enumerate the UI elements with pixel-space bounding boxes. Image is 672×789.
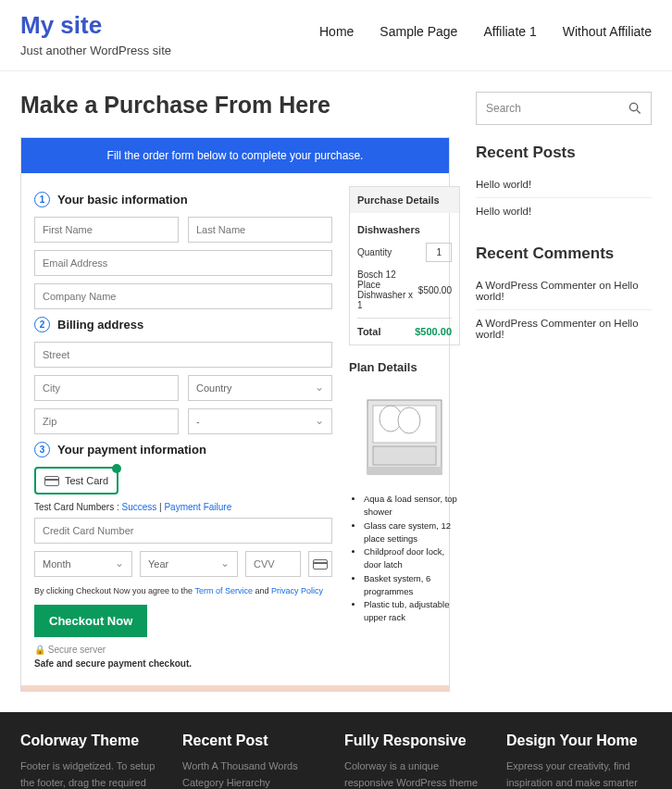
dishwasher-image	[349, 382, 460, 483]
nav-home[interactable]: Home	[319, 24, 354, 39]
test-failure-link[interactable]: Payment Failure	[164, 502, 231, 512]
site-title[interactable]: My site	[20, 11, 171, 40]
step-3-label: Your payment information	[57, 443, 206, 457]
state-select[interactable]: -	[188, 408, 332, 434]
main-nav: Home Sample Page Affiliate 1 Without Aff…	[319, 11, 652, 39]
footer: Colorway Theme Footer is widgetized. To …	[0, 712, 672, 789]
svg-line-7	[637, 110, 641, 114]
plan-bullets: Aqua & load sensor, top shower Glass car…	[349, 493, 460, 625]
item-name: Bosch 12 Place Dishwasher x 1	[357, 269, 418, 310]
privacy-link[interactable]: Privacy Policy	[271, 586, 323, 595]
footer-col-1: Colorway Theme Footer is widgetized. To …	[20, 733, 166, 789]
cc-month-select[interactable]: Month	[34, 551, 132, 577]
cc-type-icon	[308, 551, 332, 577]
last-name-input[interactable]	[188, 217, 332, 243]
recent-post-item[interactable]: Hello world!	[476, 171, 652, 198]
recent-comments-widget: Recent Comments A WordPress Commenter on…	[476, 244, 652, 347]
step-2-label: Billing address	[57, 318, 143, 332]
step-1-icon: 1	[34, 192, 50, 207]
city-input[interactable]	[34, 375, 179, 401]
paycard-option[interactable]: Test Card	[34, 467, 118, 495]
nav-affiliate-1[interactable]: Affiliate 1	[483, 24, 536, 39]
recent-comment-item[interactable]: A WordPress Commenter on Hello world!	[476, 310, 652, 347]
recent-posts-widget: Recent Posts Hello world! Hello world!	[476, 144, 652, 224]
cc-number-input[interactable]	[34, 518, 332, 544]
bullet: Childproof door lock, door latch	[364, 545, 460, 572]
email-input[interactable]	[34, 250, 332, 276]
purchase-details: Purchase Details Dishwashers Quantity 1 …	[349, 186, 460, 345]
plan-details-title: Plan Details	[349, 360, 460, 374]
sidebar: Search Recent Posts Hello world! Hello w…	[476, 92, 652, 692]
branding: My site Just another WordPress site	[20, 11, 171, 57]
footer-col-3: Fully Responsive Colorway is a unique re…	[344, 733, 490, 789]
bullet: Aqua & load sensor, top shower	[364, 493, 460, 520]
order-banner: Fill the order form below to complete yo…	[21, 138, 449, 173]
test-card-line: Test Card Numbers : Success | Payment Fa…	[34, 502, 332, 512]
page-title: Make a Purchase From Here	[20, 92, 450, 119]
header: My site Just another WordPress site Home…	[0, 0, 672, 71]
search-box[interactable]: Search	[476, 92, 652, 125]
street-input[interactable]	[34, 342, 332, 368]
zip-input[interactable]	[34, 408, 179, 434]
order-container: Fill the order form below to complete yo…	[20, 137, 450, 692]
company-input[interactable]	[34, 283, 332, 309]
recent-posts-title: Recent Posts	[476, 144, 652, 162]
bullet: Glass care system, 12 place settings	[364, 520, 460, 546]
cc-year-select[interactable]: Year	[140, 551, 238, 577]
recent-comments-title: Recent Comments	[476, 244, 652, 263]
step-1-header: 1 Your basic information	[34, 192, 332, 207]
svg-rect-4	[373, 446, 436, 465]
terms-text: By clicking Checkout Now you agree to th…	[34, 586, 332, 595]
first-name-input[interactable]	[34, 217, 179, 243]
recent-comment-item[interactable]: A WordPress Commenter on Hello world!	[476, 272, 652, 310]
search-icon	[628, 102, 641, 115]
product-group: Dishwashers	[357, 224, 452, 235]
svg-point-6	[629, 103, 637, 110]
step-3-header: 3 Your payment information	[34, 442, 332, 457]
step-2-header: 2 Billing address	[34, 317, 332, 332]
checkout-button[interactable]: Checkout Now	[34, 605, 147, 637]
card-icon	[44, 476, 59, 486]
paycard-label: Test Card	[65, 475, 108, 486]
site-tagline: Just another WordPress site	[20, 44, 171, 57]
footer-col-2: Recent Post Worth A Thousand Words Categ…	[182, 733, 328, 789]
nav-sample-page[interactable]: Sample Page	[380, 24, 457, 39]
nav-without-affiliate[interactable]: Without Affiliate	[563, 24, 652, 39]
test-success-link[interactable]: Success	[121, 502, 156, 512]
svg-rect-5	[367, 467, 442, 474]
footer-col-4: Design Your Home Express your creativity…	[506, 733, 652, 789]
step-1-label: Your basic information	[57, 193, 188, 207]
purchase-header: Purchase Details	[350, 187, 459, 213]
step-2-icon: 2	[34, 317, 50, 332]
secure-text: Safe and secure payment checkout.	[34, 658, 332, 669]
secure-server: 🔒 Secure server	[34, 645, 332, 655]
recent-post-item[interactable]: Hello world!	[476, 198, 652, 224]
cc-cvv-input[interactable]	[245, 551, 301, 577]
qty-input[interactable]: 1	[426, 243, 452, 262]
bullet: Basket system, 6 programmes	[364, 572, 460, 599]
svg-point-3	[398, 407, 420, 433]
search-placeholder: Search	[486, 102, 521, 115]
total-label: Total	[357, 326, 380, 337]
item-price: $500.00	[418, 285, 452, 295]
total-value: $500.00	[415, 326, 452, 337]
step-3-icon: 3	[34, 442, 50, 457]
qty-label: Quantity	[357, 247, 392, 257]
bullet: Plastic tub, adjustable upper rack	[364, 598, 460, 625]
country-select[interactable]: Country	[188, 375, 332, 401]
tos-link[interactable]: Term of Service	[194, 586, 253, 595]
